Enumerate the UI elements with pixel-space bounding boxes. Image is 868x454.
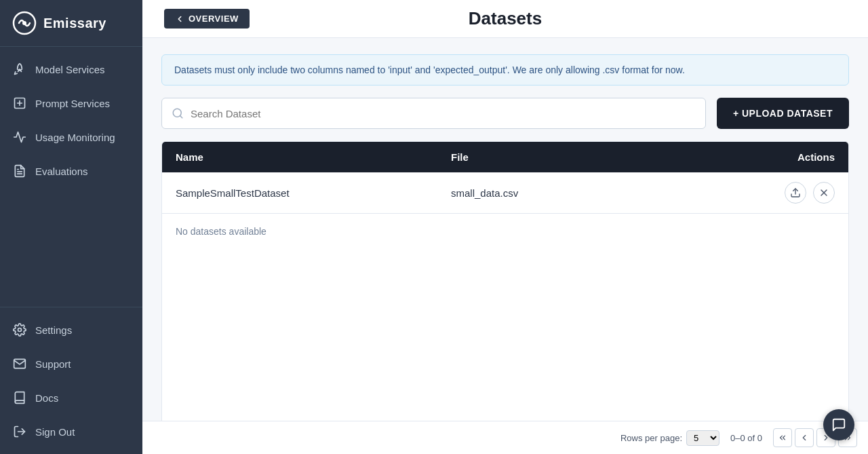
sidebar-item-label-sign-out: Sign Out xyxy=(35,426,75,438)
sidebar-item-label-evaluations: Evaluations xyxy=(35,166,88,177)
sidebar-item-settings[interactable]: Settings xyxy=(0,313,142,347)
sidebar-item-label-settings: Settings xyxy=(35,324,72,336)
delete-row-button[interactable] xyxy=(813,182,835,204)
chat-icon xyxy=(831,417,846,432)
search-upload-row: + UPLOAD DATASET xyxy=(161,98,849,129)
upload-row-button[interactable] xyxy=(785,182,806,204)
plus-square-icon xyxy=(12,96,27,111)
datasets-table: Name File Actions SampleSmallTestDataset… xyxy=(161,141,849,438)
file-text-icon xyxy=(12,164,27,178)
sidebar-item-label-docs: Docs xyxy=(35,392,58,404)
app-name: Emissary xyxy=(43,16,106,31)
mail-icon xyxy=(12,356,27,371)
sidebar-item-label-support: Support xyxy=(35,358,71,370)
back-label: OVERVIEW xyxy=(189,14,239,24)
topbar: OVERVIEW Datasets xyxy=(142,0,868,38)
sidebar-item-support[interactable]: Support xyxy=(0,347,142,381)
main-content: OVERVIEW Datasets Datasets must only inc… xyxy=(142,0,868,454)
logo-icon xyxy=(12,11,37,35)
upload-label: + UPLOAD DATASET xyxy=(733,108,833,119)
chevron-left-icon xyxy=(175,14,184,24)
log-out-icon xyxy=(12,424,27,439)
chevron-first-icon xyxy=(778,433,787,442)
upload-icon xyxy=(790,187,801,198)
chat-button[interactable] xyxy=(823,409,854,440)
svg-point-1 xyxy=(22,21,26,25)
sidebar-nav: Model Services Prompt Services Usage Mon… xyxy=(0,47,142,454)
sidebar-item-docs[interactable]: Docs xyxy=(0,381,142,415)
table-footer: Rows per page: 5 10 25 0–0 of 0 xyxy=(142,421,868,454)
col-header-file: File xyxy=(451,151,726,163)
sidebar-item-label-usage-monitoring: Usage Monitoring xyxy=(35,132,115,143)
empty-message: No datasets available xyxy=(176,226,267,237)
page-content: Datasets must only include two columns n… xyxy=(142,38,868,454)
empty-state: No datasets available xyxy=(162,214,848,249)
sidebar: Emissary Model Services Prompt Services … xyxy=(0,0,142,454)
settings-icon xyxy=(12,322,27,337)
activity-icon xyxy=(12,130,27,145)
upload-dataset-button[interactable]: + UPLOAD DATASET xyxy=(717,98,849,129)
row-actions xyxy=(726,182,835,204)
back-button[interactable]: OVERVIEW xyxy=(164,9,250,29)
rows-per-page-select[interactable]: 5 10 25 xyxy=(686,430,719,446)
page-title: Datasets xyxy=(469,8,542,29)
rocket-icon xyxy=(12,62,27,77)
prev-page-button[interactable] xyxy=(795,428,814,447)
col-header-actions: Actions xyxy=(726,151,835,163)
sidebar-item-evaluations[interactable]: Evaluations xyxy=(0,154,142,188)
sidebar-item-usage-monitoring[interactable]: Usage Monitoring xyxy=(0,120,142,154)
sidebar-item-label-model-services: Model Services xyxy=(35,64,105,75)
dataset-file: small_data.csv xyxy=(451,187,726,199)
svg-point-7 xyxy=(18,328,22,332)
sidebar-item-prompt-services[interactable]: Prompt Services xyxy=(0,86,142,120)
table-header: Name File Actions xyxy=(162,142,848,172)
sidebar-item-label-prompt-services: Prompt Services xyxy=(35,98,110,109)
dataset-name: SampleSmallTestDataset xyxy=(176,187,451,199)
search-input[interactable] xyxy=(191,108,696,119)
table-row: SampleSmallTestDataset small_data.csv xyxy=(162,172,848,214)
close-icon xyxy=(818,187,829,198)
search-icon xyxy=(172,107,184,119)
info-banner-text: Datasets must only include two columns n… xyxy=(174,64,685,75)
search-box xyxy=(161,98,706,129)
sidebar-bottom: Settings Support Docs Sign Out xyxy=(0,307,142,454)
book-icon xyxy=(12,390,27,405)
page-range: 0–0 of 0 xyxy=(730,433,762,443)
rows-per-page: Rows per page: 5 10 25 xyxy=(620,430,719,446)
chevron-left-icon xyxy=(800,433,809,442)
svg-line-10 xyxy=(180,115,182,117)
sidebar-item-sign-out[interactable]: Sign Out xyxy=(0,415,142,449)
sidebar-item-model-services[interactable]: Model Services xyxy=(0,52,142,86)
info-banner: Datasets must only include two columns n… xyxy=(161,54,849,86)
col-header-name: Name xyxy=(176,151,451,163)
app-logo: Emissary xyxy=(0,0,142,47)
first-page-button[interactable] xyxy=(773,428,792,447)
rows-per-page-label: Rows per page: xyxy=(620,433,682,443)
